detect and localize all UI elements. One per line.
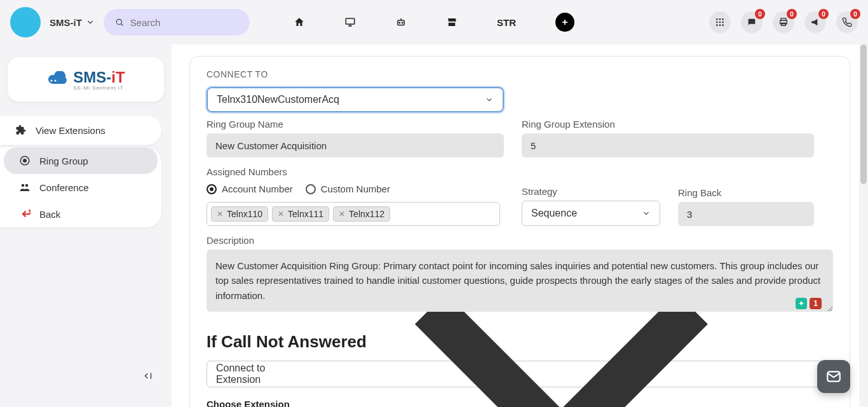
puzzle-icon	[15, 124, 27, 136]
scrollbar-thumb[interactable]	[860, 44, 867, 184]
brand-dropdown[interactable]: SMS-iT	[50, 17, 95, 28]
announce-icon[interactable]: 0	[804, 11, 826, 33]
target-icon	[19, 155, 31, 166]
not-answered-select[interactable]: Connect to Extension	[207, 361, 833, 387]
sidebar-item-view-extensions[interactable]: View Extensions	[0, 116, 161, 145]
svg-point-18	[719, 24, 721, 26]
str-link[interactable]: STR	[497, 17, 516, 28]
sidebar: SMS-iT SE-Mi Sentient iT View Extensions…	[0, 44, 172, 407]
chevron-down-icon	[86, 18, 95, 27]
connect-to-select[interactable]: Telnx310NewCustomerAcq	[207, 87, 504, 112]
svg-point-23	[51, 80, 53, 82]
logo-subtitle: SE-Mi Sentient iT	[73, 85, 125, 91]
store-icon[interactable]	[446, 17, 458, 28]
add-button[interactable]	[555, 13, 574, 32]
svg-point-17	[716, 24, 718, 26]
sidebar-item-label: View Extensions	[36, 125, 105, 136]
svg-point-14	[716, 22, 718, 23]
logo-text: SMS-iT	[73, 69, 125, 86]
grammar-badge[interactable]: ✦ 1	[796, 298, 822, 309]
sidebar-item-ring-group[interactable]: Ring Group	[4, 147, 158, 174]
not-answered-value: Connect to Extension	[216, 363, 299, 385]
radio-account-number[interactable]: Account Number	[207, 183, 293, 194]
svg-point-13	[722, 18, 724, 20]
svg-point-19	[722, 24, 724, 26]
cloud-icon	[46, 71, 69, 88]
brand-label: SMS-iT	[50, 17, 82, 28]
chevron-down-icon	[485, 95, 494, 104]
chat-icon[interactable]: 0	[741, 11, 763, 33]
chat-badge: 0	[755, 9, 765, 19]
print-icon[interactable]: 0	[773, 11, 794, 33]
search-input[interactable]	[130, 17, 238, 28]
connect-to-label: CONNECT TO	[207, 69, 833, 79]
svg-point-7	[402, 22, 403, 23]
svg-point-6	[399, 22, 400, 23]
description-textarea[interactable]	[207, 250, 833, 312]
connect-to-value: Telnx310NewCustomerAcq	[217, 94, 339, 105]
monitor-icon[interactable]	[344, 17, 356, 28]
svg-point-11	[716, 18, 718, 20]
tag-remove-icon[interactable]: ✕	[278, 210, 284, 218]
radio-checked-icon	[207, 184, 217, 194]
tag-remove-icon[interactable]: ✕	[217, 210, 223, 218]
sidebar-item-conference[interactable]: Conference	[4, 174, 158, 201]
sidebar-item-label: Ring Group	[39, 156, 88, 166]
svg-point-16	[722, 22, 724, 23]
mail-icon	[825, 368, 842, 385]
collapse-sidebar-button[interactable]	[142, 370, 154, 384]
center-nav: STR	[294, 13, 574, 32]
home-icon[interactable]	[294, 17, 305, 28]
svg-rect-2	[346, 18, 355, 24]
sidebar-item-label: Conference	[39, 182, 89, 193]
svg-point-15	[719, 22, 721, 23]
ring-group-form: CONNECT TO Telnx310NewCustomerAcq Ring G…	[189, 56, 850, 407]
apps-icon[interactable]	[709, 11, 731, 33]
robot-icon[interactable]	[395, 17, 407, 28]
radio-label: Account Number	[222, 183, 293, 194]
print-badge: 0	[787, 9, 797, 19]
svg-point-24	[55, 80, 57, 82]
search-icon	[115, 17, 124, 27]
users-icon	[19, 182, 31, 193]
support-chat-button[interactable]	[817, 360, 850, 393]
logo-card[interactable]: SMS-iT SE-Mi Sentient iT	[8, 57, 164, 102]
collapse-icon	[142, 370, 154, 382]
header-right: 0 0 0 0	[709, 11, 858, 33]
sidebar-item-label: Back	[39, 209, 60, 220]
search-box[interactable]	[104, 9, 250, 36]
number-tag: ✕Telnx110	[211, 206, 268, 222]
svg-point-12	[719, 18, 721, 20]
suggestion-count: 1	[810, 298, 822, 309]
sidebar-item-back[interactable]: Back	[4, 201, 158, 227]
phone-icon[interactable]: 0	[836, 11, 858, 33]
svg-point-27	[22, 184, 25, 187]
back-icon	[19, 208, 31, 220]
lightbulb-icon: ✦	[796, 298, 807, 309]
svg-point-0	[116, 19, 121, 24]
svg-point-28	[25, 184, 29, 187]
svg-point-26	[23, 159, 27, 163]
top-header: SMS-iT STR 0 0 0 0	[0, 0, 868, 44]
svg-line-1	[121, 24, 123, 26]
vertical-scrollbar[interactable]	[859, 44, 868, 407]
phone-badge: 0	[850, 9, 860, 19]
main-content: CONNECT TO Telnx310NewCustomerAcq Ring G…	[172, 44, 868, 407]
avatar[interactable]	[10, 7, 41, 37]
announce-badge: 0	[818, 9, 829, 19]
